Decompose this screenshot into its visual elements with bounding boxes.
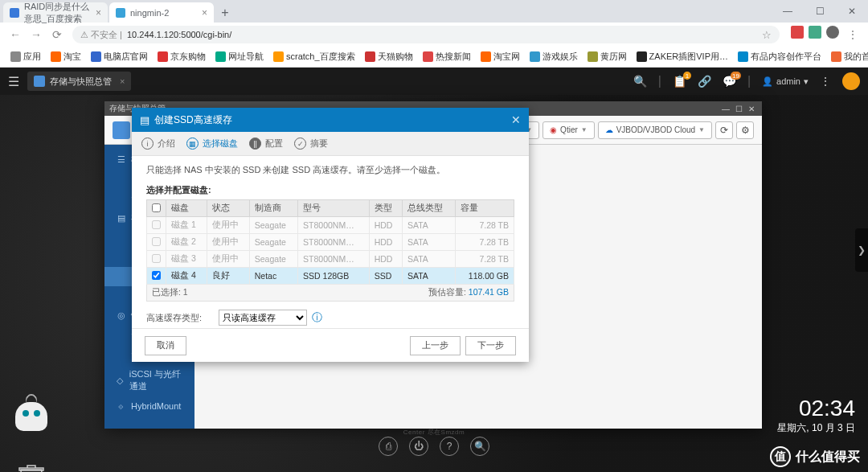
close-button[interactable]: ✕	[836, 0, 868, 23]
bookmark-item[interactable]: ZAKER插图VIP用…	[633, 49, 732, 64]
bookmark-item[interactable]: 有品内容创作平台	[734, 49, 825, 64]
th-type[interactable]: 类型	[369, 200, 402, 217]
th-status[interactable]: 状态	[207, 200, 249, 217]
bookmark-icon[interactable]: ☆	[762, 29, 772, 41]
close-icon[interactable]: ×	[96, 7, 101, 18]
th-checkbox[interactable]	[147, 200, 166, 217]
bookmark-item[interactable]: 淘宝	[47, 49, 85, 64]
table-row: 磁盘 3使用中SeagateST8000NM…HDDSATA7.28 TB	[147, 251, 514, 268]
extension-icon[interactable]	[809, 26, 821, 39]
next-button[interactable]: 下一步	[465, 336, 516, 355]
tab-label: ningmin-2	[130, 8, 169, 18]
select-all-checkbox[interactable]	[152, 203, 161, 212]
side-panel-arrow[interactable]: ❯	[855, 228, 868, 272]
connections-icon[interactable]: 🔗	[698, 75, 711, 88]
row-checkbox	[152, 220, 161, 229]
table-row[interactable]: 磁盘 4良好NetacSSD 128GBSSDSATA118.00 GB	[147, 268, 514, 285]
sidebar-item-iscsi[interactable]: ◇iSCSI 与光纤通道	[104, 364, 194, 396]
dock-help-icon[interactable]: ?	[440, 437, 459, 456]
dashboard-icon[interactable]	[842, 72, 860, 90]
favicon-icon	[91, 51, 101, 62]
iscsi-icon: ◇	[116, 376, 125, 386]
maximize-button[interactable]: ☐	[804, 0, 836, 23]
clock: 02:34 星期六, 10 月 3 日	[777, 396, 855, 435]
taskbar-app[interactable]: 存储与快照总管 ×	[27, 72, 131, 91]
refresh-icon[interactable]: ⟳	[715, 121, 733, 139]
watermark-badge: 值	[770, 446, 791, 467]
sidebar-item-hybridmount[interactable]: ⟐HybridMount	[104, 396, 194, 415]
badge: 19	[731, 72, 741, 80]
minimize-icon[interactable]: —	[720, 105, 731, 113]
watermark-text: 什么值得买	[796, 449, 860, 466]
step-select-disk[interactable]: ▦选择磁盘	[186, 137, 238, 150]
dock-power-icon[interactable]: ⏻	[409, 437, 428, 456]
more-icon[interactable]: ⋮	[820, 75, 831, 88]
dialog-footer: 取消 上一步 下一步	[132, 328, 529, 362]
new-tab-button[interactable]: +	[215, 3, 235, 23]
bookmark-item[interactable]: scratch_百度搜索	[269, 49, 359, 64]
user-menu[interactable]: 👤 admin ▾	[762, 76, 809, 87]
close-icon[interactable]: ×	[202, 7, 207, 18]
tab-ningmin[interactable]: ningmin-2 ×	[109, 2, 214, 23]
bookmark-item[interactable]: 我的首页 微博-随…	[827, 49, 868, 64]
robot-assistant[interactable]	[10, 394, 53, 437]
profile-icon[interactable]	[826, 26, 839, 39]
select-disks-label: 选择并配置磁盘:	[146, 184, 514, 196]
bookmark-item[interactable]: 天猫购物	[361, 49, 417, 64]
reload-button[interactable]: ⟳	[48, 26, 66, 43]
tab-label: RAID同步是什么意思_百度搜索	[24, 1, 96, 25]
menu-button[interactable]: ⋮	[844, 26, 862, 43]
th-model[interactable]: 型号	[298, 200, 370, 217]
close-icon[interactable]: ✕	[511, 113, 521, 126]
dock: ⎙ ⏻ ? 🔍	[379, 437, 489, 456]
address-input[interactable]: ⚠ 不安全 | 10.244.1.120:5000/cgi-bin/ ☆	[72, 26, 780, 43]
bookmark-item[interactable]: 黄历网	[583, 49, 631, 64]
cancel-button[interactable]: 取消	[145, 336, 186, 355]
row-checkbox[interactable]	[152, 271, 161, 280]
th-capacity[interactable]: 容量	[455, 200, 514, 217]
close-icon[interactable]: ✕	[746, 105, 757, 113]
tab-raid-search[interactable]: RAID同步是什么意思_百度搜索 ×	[3, 2, 108, 23]
vjbod-button[interactable]: ☁VJBOD/VJBOD Cloud▼	[598, 121, 712, 139]
forward-button[interactable]: →	[27, 26, 45, 43]
bookmark-item[interactable]: 电脑店官网	[87, 49, 152, 64]
trash-icon[interactable]	[16, 462, 47, 472]
browser-tabs: RAID同步是什么意思_百度搜索 × ningmin-2 × + — ☐ ✕	[0, 0, 868, 23]
info-icon[interactable]: ⓘ	[312, 310, 322, 325]
close-icon[interactable]: ×	[120, 76, 125, 86]
step-configure[interactable]: ||配置	[249, 137, 283, 150]
th-disk[interactable]: 磁盘	[166, 200, 207, 217]
apps-icon	[10, 51, 21, 62]
minimize-button[interactable]: —	[772, 0, 804, 23]
dock-search-icon[interactable]: 🔍	[470, 437, 489, 456]
back-button[interactable]: ←	[6, 26, 24, 43]
bookmark-item[interactable]: 游戏娱乐	[526, 49, 582, 64]
hybrid-icon: ⟐	[116, 400, 126, 411]
watermark-small: Center 尽在Smzdm	[403, 428, 465, 437]
bookmark-item[interactable]: 应用	[6, 49, 45, 64]
bookmark-item[interactable]: 热搜新闻	[419, 49, 475, 64]
cache-type-select[interactable]: 只读高速缓存	[219, 310, 307, 326]
step-intro[interactable]: i介绍	[141, 137, 175, 150]
menu-icon[interactable]: ☰	[8, 74, 19, 89]
bookmark-item[interactable]: 淘宝网	[477, 49, 524, 64]
notifications-icon[interactable]: 💬19	[723, 75, 736, 88]
bookmark-item[interactable]: 京东购物	[154, 49, 210, 64]
cache-type-label: 高速缓存类型:	[146, 312, 219, 324]
dialog-title[interactable]: ▤ 创建SSD高速缓存 ✕	[132, 108, 529, 132]
prev-button[interactable]: 上一步	[410, 336, 461, 355]
bookmark-item[interactable]: 网址导航	[211, 49, 268, 64]
th-bus[interactable]: 总线类型	[402, 200, 455, 217]
maximize-icon[interactable]: ☐	[733, 105, 744, 113]
qtier-button[interactable]: ◉Qtier▼	[542, 121, 595, 139]
dialog-body: 只能选择 NAS 中安装的 SSD 来创建 SSD 高速缓存。请至少选择一个磁盘…	[132, 156, 529, 328]
settings-icon[interactable]: ⚙	[736, 121, 754, 139]
tasks-icon[interactable]: 📋1	[673, 75, 686, 88]
dock-screenshot-icon[interactable]: ⎙	[379, 437, 398, 456]
th-mfr[interactable]: 制造商	[249, 200, 297, 217]
backup-icon: ◎	[116, 310, 126, 321]
step-summary[interactable]: ✓摘要	[294, 137, 328, 150]
extension-icon[interactable]	[791, 26, 804, 39]
insecure-icon: ⚠ 不安全 |	[80, 29, 122, 41]
search-icon[interactable]: 🔍	[633, 75, 647, 88]
